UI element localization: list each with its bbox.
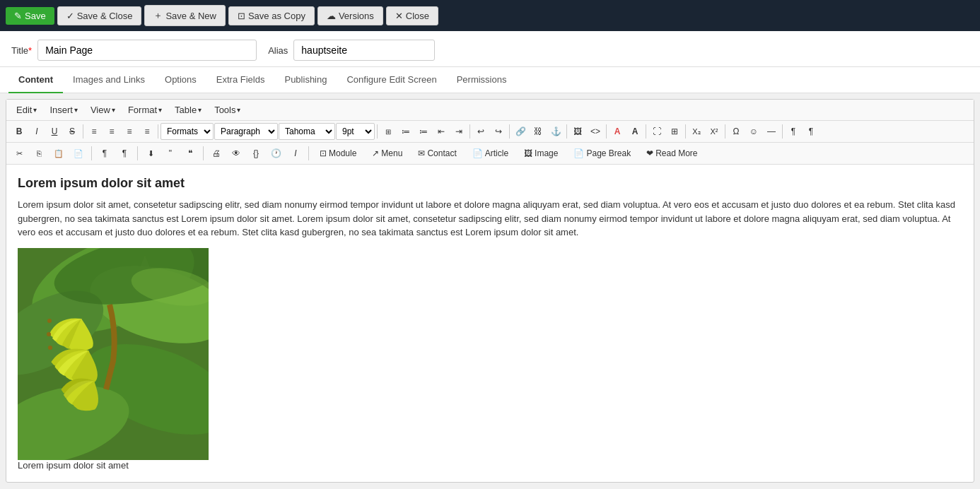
cloud-icon: ☁ bbox=[327, 11, 336, 21]
tab-extra-fields[interactable]: Extra Fields bbox=[206, 67, 275, 93]
show-para-marks-button[interactable]: ¶ bbox=[785, 123, 802, 140]
editor-menu-bar: Edit ▾ Insert ▾ View ▾ Format ▾ Table ▾ … bbox=[6, 100, 974, 121]
emoticons-button[interactable]: ☺ bbox=[745, 123, 762, 140]
download-button[interactable]: ⬇ bbox=[142, 145, 159, 162]
list-ordered-button[interactable]: ≔ bbox=[415, 123, 432, 140]
form-area: Title* Alias bbox=[0, 31, 980, 67]
separator-insert-3 bbox=[203, 146, 204, 160]
align-left-button[interactable]: ≡ bbox=[86, 123, 103, 140]
tab-images-links[interactable]: Images and Links bbox=[63, 67, 155, 93]
paste-button[interactable]: 📋 bbox=[50, 145, 67, 162]
title-field-group: Title* bbox=[11, 40, 257, 61]
highlight-button[interactable]: A bbox=[626, 123, 643, 140]
content-editable-area[interactable]: Lorem ipsum dolor sit amet Lorem ipsum d… bbox=[6, 165, 974, 482]
alias-input[interactable] bbox=[293, 40, 435, 61]
print-button[interactable]: 🖨 bbox=[208, 145, 225, 162]
svg-point-7 bbox=[47, 332, 51, 336]
paragraph-mark2-button[interactable]: ¶ bbox=[116, 145, 133, 162]
save-new-button[interactable]: ＋ Save & New bbox=[144, 5, 226, 26]
separator-1 bbox=[83, 124, 83, 139]
indent-button[interactable]: ⇥ bbox=[450, 123, 467, 140]
redo-button[interactable]: ↪ bbox=[490, 123, 507, 140]
article-insert-button[interactable]: 📄 Article bbox=[466, 146, 515, 161]
tab-options[interactable]: Options bbox=[155, 67, 206, 93]
menu-insert[interactable]: Insert ▾ bbox=[44, 102, 83, 117]
title-label: Title* bbox=[11, 45, 32, 56]
content-paragraph: Lorem ipsum dolor sit amet, consetetur s… bbox=[18, 198, 962, 240]
versions-button[interactable]: ☁ Versions bbox=[317, 6, 383, 25]
read-more-insert-button[interactable]: ❤ Read More bbox=[640, 146, 704, 161]
font-select[interactable]: Tahoma bbox=[279, 123, 335, 140]
module-insert-button[interactable]: ⊡ Module bbox=[313, 146, 363, 161]
size-select[interactable]: 9pt bbox=[336, 123, 375, 140]
title-required: * bbox=[28, 45, 32, 56]
tools-arrow-icon: ▾ bbox=[237, 106, 240, 114]
separator-8 bbox=[646, 124, 646, 139]
tab-configure-edit-screen[interactable]: Configure Edit Screen bbox=[337, 67, 446, 93]
alias-label: Alias bbox=[268, 45, 288, 56]
quote-button[interactable]: " bbox=[162, 145, 179, 162]
menu-edit[interactable]: Edit ▾ bbox=[11, 102, 42, 117]
separator-4 bbox=[469, 124, 470, 139]
menu-icon: ↗ bbox=[372, 148, 379, 158]
superscript-button[interactable]: X² bbox=[706, 123, 723, 140]
paragraph-select[interactable]: Paragraph bbox=[214, 123, 278, 140]
menu-view[interactable]: View ▾ bbox=[85, 102, 121, 117]
blockquote-button[interactable]: ❝ bbox=[182, 145, 199, 162]
separator-6 bbox=[566, 124, 567, 139]
tab-content[interactable]: Content bbox=[8, 67, 63, 93]
hr-button[interactable]: — bbox=[763, 123, 780, 140]
underline-button[interactable]: U bbox=[46, 123, 63, 140]
menu-insert-button[interactable]: ↗ Menu bbox=[366, 146, 409, 161]
preview-button[interactable]: 👁 bbox=[228, 145, 245, 162]
anchor-button[interactable]: ⚓ bbox=[547, 123, 564, 140]
code-button[interactable]: <> bbox=[587, 123, 604, 140]
align-center-button[interactable]: ≡ bbox=[103, 123, 120, 140]
outdent-button[interactable]: ⇤ bbox=[433, 123, 450, 140]
align-justify-button[interactable]: ≡ bbox=[139, 123, 156, 140]
image-insert-button[interactable]: 🖼 Image bbox=[518, 146, 564, 161]
fullscreen-button[interactable]: ⛶ bbox=[648, 123, 665, 140]
undo-button[interactable]: ↩ bbox=[472, 123, 489, 140]
tab-permissions[interactable]: Permissions bbox=[447, 67, 517, 93]
image-button[interactable]: 🖼 bbox=[569, 123, 586, 140]
image-icon: 🖼 bbox=[524, 148, 532, 158]
paragraph-mark-button[interactable]: ¶ bbox=[96, 145, 113, 162]
cut-button[interactable]: ✂ bbox=[11, 145, 28, 162]
save-button[interactable]: ✎ Save bbox=[6, 7, 54, 25]
save-close-button[interactable]: ✓ Save & Close bbox=[57, 6, 142, 25]
show-blocks-button[interactable]: ¶ bbox=[803, 123, 819, 140]
page-break-insert-button[interactable]: 📄 Page Break bbox=[567, 146, 637, 161]
italic-button[interactable]: I bbox=[28, 123, 45, 140]
separator-10 bbox=[725, 124, 725, 139]
formats-select[interactable]: Formats bbox=[161, 123, 214, 140]
close-icon: ✕ bbox=[395, 11, 403, 21]
special-chars-button[interactable]: Ω bbox=[728, 123, 745, 140]
table-insert-button[interactable]: ⊞ bbox=[666, 123, 683, 140]
close-button[interactable]: ✕ Close bbox=[386, 6, 438, 25]
datetime-button[interactable]: 🕐 bbox=[267, 145, 284, 162]
menu-tools[interactable]: Tools ▾ bbox=[209, 102, 246, 117]
tab-publishing[interactable]: Publishing bbox=[274, 67, 337, 93]
strikethrough-button[interactable]: S bbox=[64, 123, 81, 140]
separator-5 bbox=[509, 124, 510, 139]
bold-button[interactable]: B bbox=[11, 123, 28, 140]
save-copy-button[interactable]: ⊡ Save as Copy bbox=[228, 6, 315, 25]
align-right-button[interactable]: ≡ bbox=[121, 123, 138, 140]
italic2-button[interactable]: I bbox=[287, 145, 304, 162]
svg-point-8 bbox=[48, 346, 52, 350]
menu-format[interactable]: Format ▾ bbox=[122, 102, 168, 117]
link-button[interactable]: 🔗 bbox=[512, 123, 529, 140]
contact-insert-button[interactable]: ✉ Contact bbox=[412, 146, 462, 161]
title-input[interactable] bbox=[37, 40, 257, 61]
source-code-button[interactable]: {} bbox=[247, 145, 264, 162]
subscript-button[interactable]: X₂ bbox=[688, 123, 705, 140]
paste-text-button[interactable]: 📄 bbox=[70, 145, 87, 162]
font-color-button[interactable]: A bbox=[609, 123, 626, 140]
columns-button[interactable]: ⊞ bbox=[380, 123, 397, 140]
copy-text-button[interactable]: ⎘ bbox=[30, 145, 47, 162]
list-unordered-button[interactable]: ≔ bbox=[397, 123, 414, 140]
unlink-button[interactable]: ⛓ bbox=[530, 123, 547, 140]
content-caption: Lorem ipsum dolor sit amet bbox=[18, 460, 962, 471]
menu-table[interactable]: Table ▾ bbox=[169, 102, 207, 117]
